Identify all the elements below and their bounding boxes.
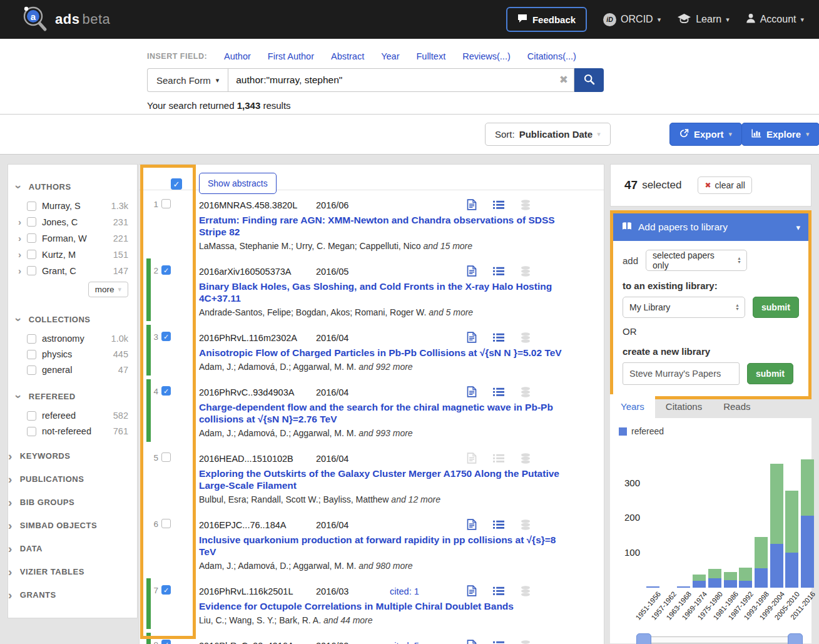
result-checkbox[interactable]: ✓: [161, 585, 171, 595]
facet-checkbox[interactable]: [27, 365, 36, 375]
select-all-checkbox[interactable]: ✓: [171, 178, 182, 190]
clear-search-icon[interactable]: ✖: [559, 73, 568, 86]
account-menu[interactable]: Account▾: [746, 13, 804, 26]
facet-checkbox[interactable]: [27, 350, 36, 359]
data-products-icon[interactable]: [521, 200, 531, 212]
tab-years[interactable]: Years: [610, 394, 655, 418]
add-to-library-header[interactable]: Add papers to library ▾: [613, 213, 808, 241]
facet-checkbox[interactable]: [27, 411, 36, 421]
facet-checkbox[interactable]: [27, 202, 36, 211]
result-checkbox[interactable]: ✓: [161, 640, 171, 644]
facet-section-vizier-tables[interactable]: ›VIZIER TABLES: [8, 560, 137, 583]
result-title-link[interactable]: Erratum: Finding rare AGN: XMM-Newton an…: [199, 214, 574, 238]
abstract-document-icon[interactable]: [467, 199, 477, 212]
result-title-link[interactable]: Evidence for Octupole Correlations in Mu…: [199, 600, 574, 612]
data-products-icon[interactable]: [521, 640, 531, 644]
slider-handle-left[interactable]: [636, 633, 651, 644]
submit-new-button[interactable]: submit: [747, 363, 793, 384]
abstract-document-icon[interactable]: [467, 640, 477, 644]
existing-library-select[interactable]: My Library ▲▼: [623, 297, 745, 318]
ads-logo[interactable]: a adsbeta: [20, 4, 110, 35]
submit-existing-button[interactable]: submit: [753, 297, 799, 318]
references-list-icon[interactable]: [493, 454, 504, 465]
facet-section-publications[interactable]: ›PUBLICATIONS: [8, 468, 137, 491]
references-list-icon[interactable]: [493, 520, 504, 531]
abstract-document-icon[interactable]: [467, 265, 477, 279]
add-scope-select[interactable]: selected papers only ▲▼: [646, 250, 747, 271]
result-checkbox[interactable]: [161, 519, 171, 528]
abstract-document-icon[interactable]: [467, 332, 477, 345]
insert-field-link[interactable]: Abstract: [331, 51, 364, 61]
slider-handle-right[interactable]: [788, 633, 803, 644]
result-checkbox[interactable]: [161, 452, 171, 462]
insert-field-link[interactable]: Author: [224, 51, 251, 61]
facet-section-bib-groups[interactable]: ›BIB GROUPS: [8, 491, 137, 514]
export-button[interactable]: Export▾: [669, 123, 742, 146]
facet-header[interactable]: ›AUTHORS: [17, 178, 128, 195]
facet-checkbox[interactable]: [27, 427, 36, 436]
facet-label[interactable]: physics: [42, 349, 72, 359]
data-products-icon[interactable]: [521, 453, 531, 466]
search-input[interactable]: [228, 68, 574, 92]
chevron-right-icon[interactable]: ›: [18, 265, 27, 276]
result-checkbox[interactable]: ✓: [161, 386, 171, 396]
result-title-link[interactable]: Binary Black Holes, Gas Sloshing, and Co…: [199, 280, 574, 304]
facet-checkbox[interactable]: [27, 266, 36, 275]
data-products-icon[interactable]: [521, 332, 531, 345]
data-products-icon[interactable]: [521, 266, 531, 279]
facet-label[interactable]: Kurtz, M: [42, 250, 76, 260]
tab-citations[interactable]: Citations: [655, 394, 713, 418]
facet-section-data[interactable]: ›DATA: [8, 537, 137, 560]
search-button[interactable]: [574, 68, 604, 92]
cited-link[interactable]: cited: 5: [390, 641, 419, 644]
facet-label[interactable]: not-refereed: [42, 426, 91, 436]
facet-header[interactable]: ›COLLECTIONS: [17, 311, 128, 328]
data-products-icon[interactable]: [521, 387, 531, 399]
insert-field-link[interactable]: Fulltext: [416, 51, 445, 61]
chevron-right-icon[interactable]: ›: [18, 233, 27, 243]
facet-label[interactable]: Murray, S: [42, 201, 81, 211]
facet-checkbox[interactable]: [27, 334, 36, 344]
facet-label[interactable]: Grant, C: [42, 266, 76, 276]
abstract-document-icon[interactable]: [467, 452, 477, 466]
chevron-right-icon[interactable]: ›: [18, 217, 27, 227]
facet-label[interactable]: general: [42, 365, 72, 375]
tab-reads[interactable]: Reads: [713, 394, 761, 418]
references-list-icon[interactable]: [493, 267, 504, 278]
references-list-icon[interactable]: [493, 333, 504, 344]
references-list-icon[interactable]: [493, 387, 504, 399]
insert-field-link[interactable]: Year: [381, 51, 399, 61]
references-list-icon[interactable]: [493, 586, 504, 598]
result-checkbox[interactable]: [161, 199, 171, 208]
facet-label[interactable]: refereed: [42, 411, 76, 421]
new-library-name-input[interactable]: [623, 362, 740, 385]
facet-header[interactable]: ›REFEREED: [17, 388, 128, 405]
result-checkbox[interactable]: ✓: [161, 265, 171, 275]
insert-field-link[interactable]: First Author: [268, 51, 314, 61]
abstract-document-icon[interactable]: [467, 585, 477, 598]
result-title-link[interactable]: Exploring the Outskirts of the Galaxy Cl…: [199, 468, 574, 491]
insert-field-link[interactable]: Reviews(...): [462, 51, 511, 61]
facet-label[interactable]: Forman, W: [42, 233, 87, 243]
year-range-slider[interactable]: [638, 636, 801, 643]
facet-section-keywords[interactable]: ›KEYWORDS: [8, 444, 137, 468]
result-title-link[interactable]: Anisotropic Flow of Charged Particles in…: [199, 347, 574, 359]
chevron-right-icon[interactable]: ›: [18, 249, 27, 260]
more-button[interactable]: more ▾: [88, 282, 128, 297]
references-list-icon[interactable]: [493, 200, 504, 212]
facet-label[interactable]: Jones, C: [42, 217, 78, 227]
clear-all-button[interactable]: ✖ clear all: [698, 176, 751, 194]
facet-label[interactable]: astronomy: [42, 334, 84, 344]
explore-button[interactable]: Explore▾: [741, 123, 819, 146]
facet-checkbox[interactable]: [27, 250, 36, 259]
learn-menu[interactable]: Learn▾: [677, 13, 729, 26]
result-checkbox[interactable]: ✓: [161, 332, 171, 341]
feedback-button[interactable]: Feedback: [506, 7, 587, 32]
data-products-icon[interactable]: [521, 519, 531, 532]
cited-link[interactable]: cited: 1: [390, 586, 419, 596]
result-title-link[interactable]: Charge-dependent flow and the search for…: [199, 401, 574, 425]
facet-section-simbad-objects[interactable]: ›SIMBAD OBJECTS: [8, 514, 137, 537]
abstract-document-icon[interactable]: [467, 386, 477, 399]
sort-dropdown[interactable]: Sort:Publication Date▾: [485, 123, 611, 146]
references-list-icon[interactable]: [493, 641, 504, 644]
